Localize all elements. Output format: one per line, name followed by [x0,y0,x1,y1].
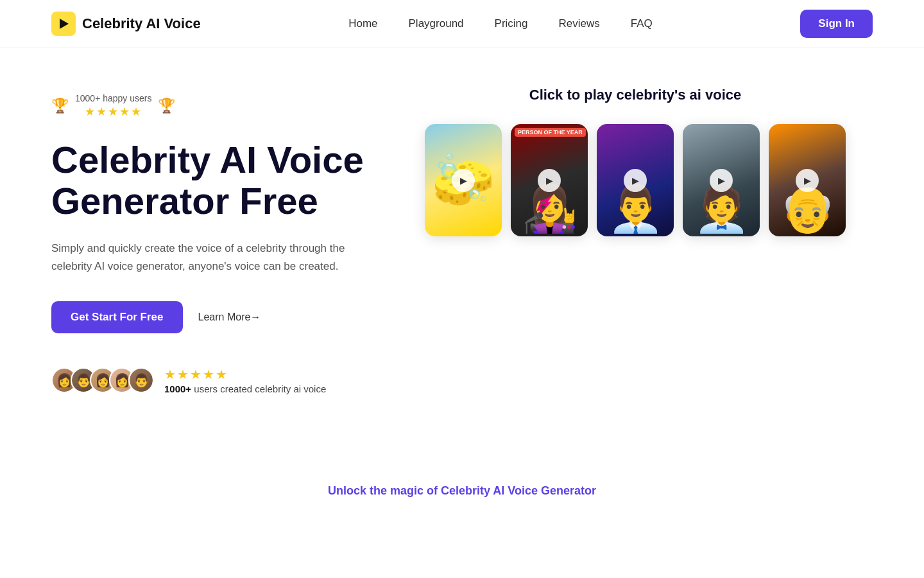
navbar: Celebrity AI Voice Home Playground Prici… [0,0,924,48]
hero-left: 🏆 1000+ happy users ★★★★★ 🏆 Celebrity AI… [51,87,372,394]
spongebob-play-icon: ▶ [452,169,475,192]
biden-emoji: 🧑‍💼 [694,186,749,231]
hero-right: Click to play celebrity's ai voice 🧽 ▶ 👩… [372,87,873,236]
badge-text: 1000+ happy users [75,93,151,103]
bottom-banner-link[interactable]: Unlock the magic of Celebrity AI Voice G… [328,484,596,497]
trump-play-icon: ▶ [624,169,647,192]
nav-link-home[interactable]: Home [348,17,377,30]
celeb-card-biden[interactable]: 🧑‍💼 ▶ [683,124,760,236]
badge: 🏆 1000+ happy users ★★★★★ 🏆 [51,93,372,119]
celeb-card-trump[interactable]: 👨‍💼 ▶ [597,124,674,236]
signin-button[interactable]: Sign In [800,10,873,38]
modi-emoji: 👴 [780,186,835,231]
celebrity-grid: 🧽 ▶ 👩‍🎤 ▶ PERSON OF THE YEAR 👨‍💼 ▶ 🧑‍💼 ▶ [398,124,873,236]
get-start-button[interactable]: Get Start For Free [51,301,183,333]
hero-description: Simply and quickly create the voice of a… [51,240,372,276]
laurel-right-icon: 🏆 [158,98,175,114]
badge-inner: 1000+ happy users ★★★★★ [75,93,151,119]
bottom-banner: Unlock the magic of Celebrity AI Voice G… [0,471,924,511]
modi-play-icon: ▶ [796,169,819,192]
proof-count: 1000+ users created celebrity ai voice [164,383,326,394]
nav-link-faq[interactable]: FAQ [631,17,653,30]
logo-text: Celebrity AI Voice [82,15,201,32]
proof-count-rest: users created celebrity ai voice [191,383,326,394]
nav-logo[interactable]: Celebrity AI Voice [51,12,201,36]
taylor-badge: PERSON OF THE YEAR [515,128,586,137]
user-avatars: 👩 👨 👩 👩 👨 [51,367,154,393]
trump-emoji: 👨‍💼 [608,186,663,231]
hero-actions: Get Start For Free Learn More→ [51,301,372,333]
social-proof: 👩 👨 👩 👩 👨 ★★★★★ 1000+ users created cele… [51,367,372,394]
hero-title: Celebrity AI Voice Generator Free [51,139,372,222]
celeb-card-modi[interactable]: 👴 ▶ [769,124,846,236]
taylor-play-icon: ▶ [538,169,561,192]
biden-play-icon: ▶ [710,169,733,192]
laurel-left-icon: 🏆 [51,98,69,114]
nav-links: Home Playground Pricing Reviews FAQ [348,17,653,30]
click-label: Click to play celebrity's ai voice [398,87,873,103]
taylor-emoji: 👩‍🎤 [522,186,578,231]
hero-section: 🏆 1000+ happy users ★★★★★ 🏆 Celebrity AI… [0,48,924,420]
learn-more-link[interactable]: Learn More→ [198,311,261,323]
celeb-card-spongebob[interactable]: 🧽 ▶ [425,124,502,236]
proof-stars: ★★★★★ [164,367,326,382]
nav-link-pricing[interactable]: Pricing [495,17,528,30]
nav-link-reviews[interactable]: Reviews [559,17,600,30]
nav-link-playground[interactable]: Playground [409,17,464,30]
celeb-card-taylor[interactable]: 👩‍🎤 ▶ PERSON OF THE YEAR [511,124,588,236]
proof-count-bold: 1000+ [164,383,191,394]
svg-marker-0 [60,19,69,29]
badge-stars: ★★★★★ [85,105,142,119]
avatar-5: 👨 [128,367,154,393]
proof-text: ★★★★★ 1000+ users created celebrity ai v… [164,367,326,394]
logo-icon [51,12,76,36]
